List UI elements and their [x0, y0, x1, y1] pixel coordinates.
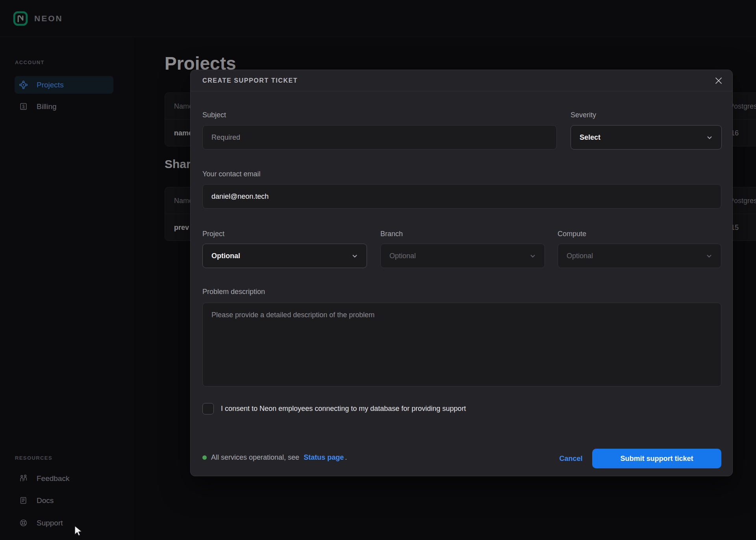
severity-select-value: Select — [580, 133, 705, 142]
contact-email-input[interactable] — [202, 184, 721, 209]
consent-label: I consent to Neon employees connecting t… — [221, 405, 466, 413]
chevron-down-icon — [704, 251, 714, 261]
status-dot-icon — [202, 455, 207, 460]
status-text: All services operational, see — [211, 453, 299, 462]
compute-label: Compute — [558, 230, 586, 238]
compute-select-value: Optional — [567, 252, 704, 260]
problem-description-label: Problem description — [202, 288, 265, 296]
subject-label: Subject — [202, 111, 226, 119]
status-page-link[interactable]: Status page — [304, 453, 344, 462]
severity-label: Severity — [571, 111, 596, 119]
contact-email-label: Your contact email — [202, 170, 260, 178]
chevron-down-icon — [350, 251, 359, 261]
modal-title: CREATE SUPPORT TICKET — [202, 77, 298, 84]
branch-label: Branch — [380, 230, 403, 238]
chevron-down-icon — [528, 251, 537, 261]
project-label: Project — [202, 230, 224, 238]
consent-checkbox[interactable] — [202, 403, 214, 414]
modal-header: CREATE SUPPORT TICKET — [191, 70, 732, 91]
consent-row: I consent to Neon employees connecting t… — [202, 403, 466, 414]
severity-select[interactable]: Select — [571, 125, 722, 150]
cancel-button[interactable]: Cancel — [557, 451, 585, 466]
branch-select[interactable]: Optional — [380, 244, 545, 268]
branch-select-value: Optional — [389, 252, 528, 260]
compute-select[interactable]: Optional — [558, 244, 721, 268]
service-status: All services operational, see Status pag… — [202, 453, 347, 462]
support-ticket-modal: CREATE SUPPORT TICKET Subject Severity S… — [190, 70, 733, 476]
project-select[interactable]: Optional — [202, 244, 367, 268]
status-suffix: . — [345, 453, 347, 462]
problem-description-textarea[interactable] — [202, 303, 721, 387]
subject-input[interactable] — [202, 125, 557, 150]
app-root: NEON ACCOUNT Projects $ — [0, 0, 756, 540]
chevron-down-icon — [705, 133, 714, 142]
submit-support-ticket-button[interactable]: Submit support ticket — [592, 449, 721, 468]
close-icon[interactable] — [713, 75, 724, 87]
modal-footer: All services operational, see Status pag… — [191, 442, 732, 476]
project-select-value: Optional — [211, 252, 350, 260]
